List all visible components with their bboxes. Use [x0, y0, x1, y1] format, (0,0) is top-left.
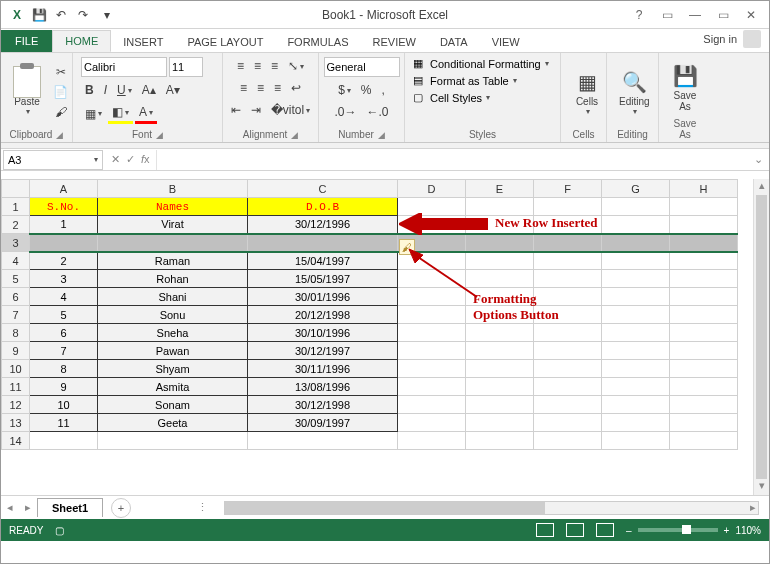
- decrease-decimal-icon[interactable]: ←.0: [363, 103, 393, 121]
- number-dialog-icon[interactable]: ◢: [378, 130, 385, 140]
- cell-G1[interactable]: [602, 198, 670, 216]
- cell-G11[interactable]: [602, 378, 670, 396]
- cell-F12[interactable]: [534, 396, 602, 414]
- cell-H12[interactable]: [670, 396, 738, 414]
- formula-input[interactable]: [156, 150, 748, 170]
- cell-E8[interactable]: [466, 324, 534, 342]
- cell-A8[interactable]: 6: [30, 324, 98, 342]
- cell-E10[interactable]: [466, 360, 534, 378]
- cell-C3[interactable]: [248, 234, 398, 252]
- cell-A3[interactable]: [30, 234, 98, 252]
- save-icon[interactable]: 💾: [31, 7, 47, 23]
- page-layout-view-icon[interactable]: [566, 523, 584, 537]
- clipboard-dialog-icon[interactable]: ◢: [56, 130, 63, 140]
- column-header-H[interactable]: H: [670, 180, 738, 198]
- cell-A7[interactable]: 5: [30, 306, 98, 324]
- column-header-E[interactable]: E: [466, 180, 534, 198]
- cell-D14[interactable]: [398, 432, 466, 450]
- align-right-icon[interactable]: ≡: [270, 79, 285, 97]
- column-header-G[interactable]: G: [602, 180, 670, 198]
- cell-G9[interactable]: [602, 342, 670, 360]
- cell-G8[interactable]: [602, 324, 670, 342]
- cell-A9[interactable]: 7: [30, 342, 98, 360]
- zoom-in-icon[interactable]: +: [724, 525, 730, 536]
- zoom-level[interactable]: 110%: [735, 525, 761, 536]
- cell-C13[interactable]: 30/09/1997: [248, 414, 398, 432]
- cell-B12[interactable]: Sonam: [98, 396, 248, 414]
- cell-C1[interactable]: D.O.B: [248, 198, 398, 216]
- tab-formulas[interactable]: FORMULAS: [275, 32, 360, 52]
- save-as-button[interactable]: 💾Save As: [667, 60, 703, 114]
- column-header-F[interactable]: F: [534, 180, 602, 198]
- align-center-icon[interactable]: ≡: [253, 79, 268, 97]
- row-header-11[interactable]: 11: [2, 378, 30, 396]
- macro-record-icon[interactable]: ▢: [55, 525, 64, 536]
- cell-D11[interactable]: [398, 378, 466, 396]
- ribbon-display-icon[interactable]: ▭: [655, 5, 679, 25]
- minimize-icon[interactable]: —: [683, 5, 707, 25]
- cell-A14[interactable]: [30, 432, 98, 450]
- tab-page-layout[interactable]: PAGE LAYOUT: [175, 32, 275, 52]
- cell-B6[interactable]: Shani: [98, 288, 248, 306]
- expand-formula-bar-icon[interactable]: ⌄: [748, 153, 769, 166]
- row-header-9[interactable]: 9: [2, 342, 30, 360]
- cell-A10[interactable]: 8: [30, 360, 98, 378]
- row-header-3[interactable]: 3: [2, 234, 30, 252]
- editing-button[interactable]: 🔍Editing▾: [615, 66, 654, 118]
- font-size-combo[interactable]: [169, 57, 203, 77]
- cell-F4[interactable]: [534, 252, 602, 270]
- bold-button[interactable]: B: [81, 81, 98, 99]
- cell-A12[interactable]: 10: [30, 396, 98, 414]
- font-dialog-icon[interactable]: ◢: [156, 130, 163, 140]
- borders-icon[interactable]: ▦▾: [81, 105, 106, 123]
- cell-E12[interactable]: [466, 396, 534, 414]
- fill-color-icon[interactable]: ◧▾: [108, 103, 133, 124]
- row-header-5[interactable]: 5: [2, 270, 30, 288]
- cell-F14[interactable]: [534, 432, 602, 450]
- tab-scroll-split-icon[interactable]: ⋮: [191, 501, 214, 514]
- cell-C2[interactable]: 30/12/1996: [248, 216, 398, 234]
- cell-B4[interactable]: Raman: [98, 252, 248, 270]
- worksheet-grid[interactable]: ABCDEFGH1S.No.NamesD.O.B21Virat30/12/199…: [1, 179, 769, 495]
- conditional-formatting-button[interactable]: ▦ Conditional Formatting▾: [413, 57, 549, 70]
- cell-D8[interactable]: [398, 324, 466, 342]
- tab-file[interactable]: FILE: [1, 30, 52, 52]
- close-icon[interactable]: ✕: [739, 5, 763, 25]
- undo-icon[interactable]: ↶: [53, 7, 69, 23]
- cell-C14[interactable]: [248, 432, 398, 450]
- cell-C11[interactable]: 13/08/1996: [248, 378, 398, 396]
- cell-B13[interactable]: Geeta: [98, 414, 248, 432]
- number-format-combo[interactable]: [324, 57, 400, 77]
- name-box[interactable]: A3 ▾: [3, 150, 103, 170]
- cut-icon[interactable]: ✂: [49, 63, 72, 81]
- format-painter-icon[interactable]: 🖌: [49, 103, 72, 121]
- cell-F9[interactable]: [534, 342, 602, 360]
- tab-data[interactable]: DATA: [428, 32, 480, 52]
- increase-font-icon[interactable]: A▴: [138, 81, 160, 99]
- align-top-icon[interactable]: ≡: [233, 57, 248, 75]
- column-header-D[interactable]: D: [398, 180, 466, 198]
- sheet-nav-prev-icon[interactable]: ◂: [1, 501, 19, 514]
- cell-F5[interactable]: [534, 270, 602, 288]
- cell-B10[interactable]: Shyam: [98, 360, 248, 378]
- cell-H6[interactable]: [670, 288, 738, 306]
- row-header-4[interactable]: 4: [2, 252, 30, 270]
- row-header-6[interactable]: 6: [2, 288, 30, 306]
- zoom-slider[interactable]: [638, 528, 718, 532]
- cell-C8[interactable]: 30/10/1996: [248, 324, 398, 342]
- increase-indent-icon[interactable]: ⇥: [247, 101, 265, 119]
- cell-H13[interactable]: [670, 414, 738, 432]
- row-header-8[interactable]: 8: [2, 324, 30, 342]
- sheet-nav-next-icon[interactable]: ▸: [19, 501, 37, 514]
- cell-B3[interactable]: [98, 234, 248, 252]
- font-color-icon[interactable]: A▾: [135, 103, 157, 124]
- cell-A11[interactable]: 9: [30, 378, 98, 396]
- cell-A6[interactable]: 4: [30, 288, 98, 306]
- cell-C4[interactable]: 15/04/1997: [248, 252, 398, 270]
- decrease-indent-icon[interactable]: ⇤: [227, 101, 245, 119]
- cell-styles-button[interactable]: ▢ Cell Styles▾: [413, 91, 490, 104]
- cell-F13[interactable]: [534, 414, 602, 432]
- cell-B9[interactable]: Pawan: [98, 342, 248, 360]
- column-header-A[interactable]: A: [30, 180, 98, 198]
- cancel-formula-icon[interactable]: ✕: [111, 153, 120, 166]
